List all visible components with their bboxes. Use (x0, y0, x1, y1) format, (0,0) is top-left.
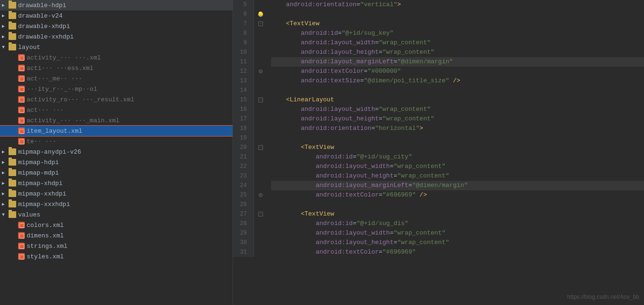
tree-arrow[interactable] (2, 149, 9, 155)
layout-file-icon (18, 75, 25, 82)
tree-arrow[interactable] (2, 13, 9, 19)
tree-item-values[interactable]: values (0, 209, 233, 220)
code-line: android:textSize="@dimen/poi_title_size"… (271, 76, 644, 86)
tree-item-item_layout[interactable]: item_layout.xml (0, 126, 233, 136)
fold-arrow[interactable]: − (258, 145, 263, 150)
fold-arrow[interactable]: − (258, 98, 263, 102)
code-line: android:layout_height="wrap_content" (271, 48, 644, 57)
tree-item-drawable-hdpi[interactable]: drawable-hdpi (0, 0, 233, 10)
tree-item-act5[interactable]: act··· ··· (0, 105, 233, 115)
tree-item-label: dimens.xml (27, 232, 64, 239)
code-line: android:id="@+id/sug_key" (271, 29, 644, 38)
line-number: 30 (233, 238, 250, 247)
tree-arrow[interactable] (2, 212, 9, 217)
code-line (271, 86, 644, 95)
tree-item-activity4[interactable]: ···ity_r··_··mp··ol (0, 84, 233, 94)
tree-item-activity_ro[interactable]: activity_ro··· ···_result.xml (0, 94, 233, 105)
fold-arrow[interactable]: − (258, 212, 263, 216)
gutter-row (254, 29, 267, 38)
tree-item-te1[interactable]: te·· ··· (0, 136, 233, 147)
folder-icon (9, 148, 16, 155)
tree-item-mipmap-xhdpi[interactable]: mipmap-xhdpi (0, 178, 233, 188)
gutter: 💡−−−− (254, 0, 267, 257)
folder-icon (9, 44, 16, 50)
tree-item-mipmap-xxhdpi[interactable]: mipmap-xxhdpi (0, 188, 233, 199)
file-tree[interactable]: drawable-hdpidrawable-v24drawable-xhdpid… (0, 0, 233, 305)
tree-arrow[interactable] (2, 23, 9, 29)
line-numbers: 5678910111213141516171819202122232425262… (233, 0, 254, 257)
suggestion-icon[interactable]: 💡 (258, 12, 263, 17)
tree-item-layout[interactable]: layout (0, 42, 233, 52)
tree-item-strings[interactable]: strings.xml (0, 241, 233, 251)
folder-icon (9, 180, 16, 187)
tree-item-label: mipmap-xxhdpi (18, 190, 66, 197)
code-line: android:layout_marginLeft="@dimen/margin… (271, 181, 644, 190)
tree-item-dimens[interactable]: dimens.xml (0, 230, 233, 241)
gutter-row: − (254, 143, 267, 152)
gutter-row (254, 200, 267, 209)
line-number: 14 (233, 86, 250, 95)
tree-item-label: te·· ··· (27, 138, 56, 145)
code-line: android:layout_height="wrap_content" (271, 171, 644, 181)
folder-icon (9, 2, 16, 9)
line-number: 24 (233, 181, 250, 190)
line-number: 27 (233, 209, 250, 219)
tree-item-label: item_layout.xml (27, 128, 82, 135)
layout-file-icon (18, 128, 25, 134)
tree-item-activity2[interactable]: acti··· ···ess.xml (0, 63, 233, 73)
code-line (271, 200, 644, 209)
layout-file-icon (18, 65, 25, 71)
tree-item-styles[interactable]: styles.xml (0, 251, 233, 262)
gutter-row (254, 105, 267, 114)
tree-item-mipmap-anydpi-v26[interactable]: mipmap-anydpi-v26 (0, 147, 233, 157)
tree-item-activity_main[interactable]: activity_··· ···_main.xml (0, 115, 233, 126)
tree-item-label: colors.xml (27, 222, 64, 229)
tree-item-drawable-xhdpi[interactable]: drawable-xhdpi (0, 21, 233, 31)
layout-file-icon (18, 222, 25, 228)
tree-item-activity3[interactable]: act···_me·· ··· (0, 73, 233, 84)
fold-arrow[interactable]: − (258, 21, 263, 26)
tree-item-colors[interactable]: colors.xml (0, 220, 233, 230)
layout-file-icon (18, 96, 25, 103)
tree-arrow[interactable] (2, 180, 9, 186)
tree-arrow[interactable] (2, 170, 9, 176)
tree-arrow[interactable] (2, 2, 9, 8)
tree-item-mipmap-mdpi[interactable]: mipmap-mdpi (0, 167, 233, 178)
code-line: <TextView (271, 209, 644, 219)
layout-file-icon (18, 138, 25, 145)
code-line: android:textColor="#696969" (271, 247, 644, 257)
code-line: android:layout_width="wrap_content" (271, 38, 644, 48)
line-number: 23 (233, 171, 250, 181)
code-line: android:orientation="vertical"> (271, 0, 644, 10)
code-line: android:id="@+id/sug_dis" (271, 219, 644, 228)
gutter-row: − (254, 209, 267, 219)
tree-item-activity1[interactable]: activity_··· ···.xml (0, 52, 233, 63)
tree-arrow[interactable] (2, 45, 9, 50)
line-number: 6 (233, 10, 250, 19)
tree-item-mipmap-xxxhdpi[interactable]: mipmap-xxxhdpi (0, 199, 233, 209)
line-number: 29 (233, 228, 250, 238)
code-line: <TextView (271, 19, 644, 29)
breakpoint[interactable] (259, 193, 263, 197)
tree-item-label: mipmap-anydpi-v26 (18, 148, 81, 156)
tree-item-drawable-xxhdpi[interactable]: drawable-xxhdpi (0, 31, 233, 42)
tree-arrow[interactable] (2, 34, 9, 39)
tree-item-mipmap-hdpi[interactable]: mipmap-hdpi (0, 157, 233, 167)
breakpoint[interactable] (259, 69, 263, 73)
gutter-row (254, 238, 267, 247)
tree-item-label: activity_ro··· ···_result.xml (27, 96, 134, 103)
tree-item-drawable-v24[interactable]: drawable-v24 (0, 10, 233, 21)
tree-arrow[interactable] (2, 201, 9, 207)
gutter-row (254, 247, 267, 257)
line-number: 19 (233, 133, 250, 143)
tree-item-label: values (18, 211, 40, 218)
tree-arrow[interactable] (2, 159, 9, 165)
gutter-row (254, 0, 267, 10)
code-line: android:layout_width="wrap_content" (271, 162, 644, 171)
tree-item-label: layout (18, 44, 40, 51)
folder-icon (9, 201, 16, 207)
tree-arrow[interactable] (2, 191, 9, 197)
tree-item-label: drawable-xhdpi (18, 23, 70, 30)
gutter-row (254, 124, 267, 133)
code-line: android:textColor="#696969" /> (271, 190, 644, 200)
